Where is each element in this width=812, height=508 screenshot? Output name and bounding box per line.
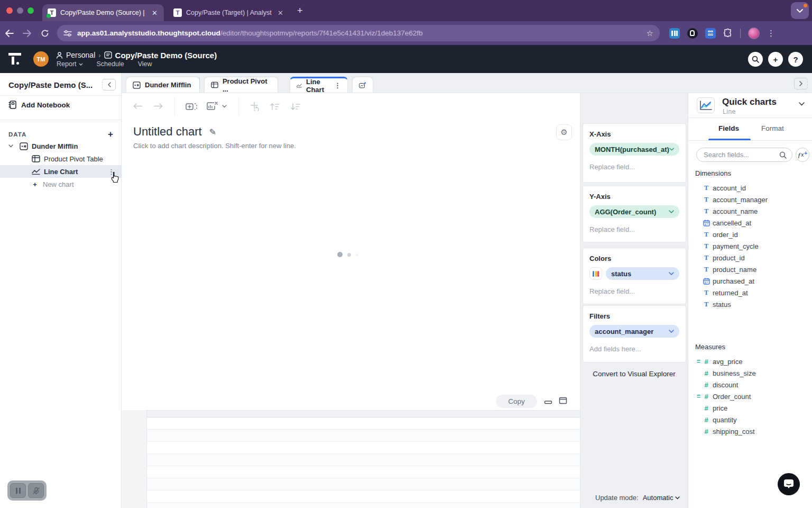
- add-formula-button[interactable]: ƒx+: [796, 148, 809, 162]
- filters-field-pill[interactable]: account_manager: [589, 325, 679, 338]
- redo-icon[interactable]: [153, 103, 163, 110]
- close-tab-icon[interactable]: ✕: [151, 9, 159, 17]
- viz-tab-dunder-mifflin[interactable]: Dunder Mifflin: [126, 77, 200, 93]
- convert-to-visual-explorer-link[interactable]: Convert to Visual Explorer: [580, 370, 688, 378]
- menu-report[interactable]: Report: [57, 60, 83, 68]
- dimension-field-row[interactable]: T account_manager: [688, 194, 812, 205]
- browser-tab-source[interactable]: T Copy/Paste Demo (Source) | / ✕: [42, 4, 164, 21]
- replace-field-dropzone[interactable]: Replace field...: [589, 225, 679, 233]
- expand-panel-button[interactable]: [794, 78, 808, 89]
- x-axis-field-pill[interactable]: MONTH(purchased_at): [589, 143, 679, 156]
- chevron-down-icon[interactable]: [8, 144, 13, 148]
- add-notebook-button[interactable]: Add Notebook: [8, 101, 70, 109]
- y-axis-field-pill[interactable]: AGG(Order_count): [589, 205, 679, 218]
- copy-button[interactable]: Copy: [496, 395, 537, 408]
- duplicate-chart-icon[interactable]: [186, 102, 197, 111]
- tab-fields[interactable]: Fields: [718, 124, 739, 132]
- chart-title[interactable]: Untitled chart: [133, 125, 202, 139]
- chart-settings-button[interactable]: ⚙: [556, 124, 572, 140]
- pause-recording-button[interactable]: [10, 483, 26, 498]
- support-chat-button[interactable]: [778, 473, 800, 495]
- measure-field-row[interactable]: = # shipping_cost: [688, 425, 812, 437]
- bookmark-star-icon[interactable]: ☆: [647, 29, 653, 38]
- dimension-field-row[interactable]: T status: [688, 298, 812, 310]
- minimize-window-button[interactable]: [17, 7, 23, 14]
- browser-menu-icon[interactable]: ⋮: [767, 29, 775, 38]
- measure-field-row[interactable]: = # business_size: [688, 367, 812, 379]
- user-avatar[interactable]: TM: [33, 51, 49, 67]
- search-fields-box[interactable]: [696, 148, 792, 162]
- chart-description-placeholder[interactable]: Click to add chart description. Shift-en…: [133, 142, 296, 150]
- tab-menu-icon[interactable]: ⋮: [334, 81, 341, 89]
- add-fields-dropzone[interactable]: Add fields here...: [589, 345, 679, 353]
- columns-extension-icon[interactable]: [669, 28, 680, 39]
- dimension-field-row[interactable]: T account_name: [688, 205, 812, 217]
- results-table[interactable]: [122, 410, 580, 508]
- collapse-sidebar-button[interactable]: [102, 79, 116, 90]
- menu-schedule[interactable]: Schedule: [97, 60, 124, 68]
- dimension-field-row[interactable]: T order_id: [688, 229, 812, 240]
- microphone-muted-button[interactable]: [28, 483, 44, 498]
- dimension-field-row[interactable]: T payment_cycle: [688, 240, 812, 252]
- measure-field-row[interactable]: = # avg_price: [688, 356, 812, 367]
- search-button[interactable]: [748, 52, 763, 67]
- quick-charts-selector[interactable]: Quick charts Line: [688, 93, 812, 118]
- dimension-field-row[interactable]: T returned_at: [688, 287, 812, 298]
- tree-item-source[interactable]: Dunder Mifflin: [0, 140, 121, 152]
- viz-tab-line-chart[interactable]: Line Chart ⋮: [290, 77, 348, 93]
- thoughtspot-logo-icon[interactable]: [8, 52, 22, 66]
- colors-field-pill[interactable]: status: [606, 267, 679, 280]
- site-controls-icon[interactable]: [63, 30, 72, 37]
- color-palette-icon[interactable]: [589, 267, 602, 280]
- dimension-field-row[interactable]: cancelled_at: [688, 217, 812, 229]
- sort-descending-icon[interactable]: [290, 103, 300, 111]
- fullscreen-window-button[interactable]: [27, 7, 34, 14]
- report-title[interactable]: Copy/Paste Demo (Source): [115, 51, 217, 60]
- remove-chart-icon[interactable]: [207, 102, 218, 111]
- window-controls[interactable]: [6, 7, 34, 14]
- tab-format[interactable]: Format: [761, 124, 784, 132]
- back-icon[interactable]: [0, 30, 18, 37]
- update-mode-select[interactable]: Automatic: [643, 494, 680, 502]
- dimension-field-row[interactable]: T account_id: [688, 182, 812, 194]
- dimension-field-row[interactable]: T product_id: [688, 252, 812, 264]
- breadcrumb-workspace[interactable]: Personal: [66, 51, 95, 59]
- tree-item-new-chart[interactable]: + New chart: [0, 178, 121, 190]
- reload-icon[interactable]: [36, 29, 54, 38]
- collapse-results-icon[interactable]: [544, 397, 552, 404]
- dimension-field-row[interactable]: T product_name: [688, 264, 812, 275]
- close-tab-icon[interactable]: ✕: [276, 9, 284, 17]
- close-window-button[interactable]: [6, 7, 13, 14]
- new-tab-button[interactable]: +: [297, 5, 303, 16]
- undo-icon[interactable]: [133, 103, 143, 110]
- chevron-down-icon[interactable]: [222, 105, 227, 108]
- new-viz-tab-button[interactable]: [352, 77, 373, 93]
- browser-tab-target[interactable]: T Copy/Paste (Target) | Analyst ✕: [168, 4, 290, 21]
- privacy-extension-icon[interactable]: [687, 28, 698, 39]
- expand-results-icon[interactable]: [559, 397, 567, 404]
- measure-field-row[interactable]: = # Order_count: [688, 391, 812, 402]
- forward-icon[interactable]: [18, 30, 36, 37]
- tree-item-line-chart[interactable]: Line Chart ⋮: [0, 165, 121, 178]
- measure-field-row[interactable]: = # discount: [688, 379, 812, 391]
- browser-profile-avatar[interactable]: [748, 28, 760, 39]
- screen-recorder-widget[interactable]: [7, 480, 47, 501]
- extensions-puzzle-icon[interactable]: [723, 29, 733, 38]
- list-extension-icon[interactable]: [705, 28, 716, 39]
- browser-menu-chevron-button[interactable]: [791, 2, 809, 19]
- create-new-button[interactable]: +: [768, 52, 783, 67]
- dimension-field-row[interactable]: purchased_at: [688, 275, 812, 287]
- sort-ascending-icon[interactable]: [270, 103, 280, 111]
- menu-view[interactable]: View: [138, 60, 152, 68]
- measure-field-row[interactable]: = # quantity: [688, 414, 812, 425]
- address-bar[interactable]: app.as01.analyststudio.thoughtspot.cloud…: [57, 25, 660, 41]
- add-data-button[interactable]: +: [108, 129, 113, 140]
- swap-axes-icon[interactable]: [250, 102, 259, 111]
- replace-field-dropzone[interactable]: Replace field...: [589, 287, 679, 295]
- edit-title-icon[interactable]: ✎: [209, 127, 216, 137]
- help-button[interactable]: ?: [788, 52, 803, 67]
- search-fields-input[interactable]: [704, 151, 779, 159]
- replace-field-dropzone[interactable]: Replace field...: [589, 163, 679, 171]
- tree-item-pivot[interactable]: Product Pivot Table: [0, 152, 121, 165]
- measure-field-row[interactable]: = # price: [688, 402, 812, 414]
